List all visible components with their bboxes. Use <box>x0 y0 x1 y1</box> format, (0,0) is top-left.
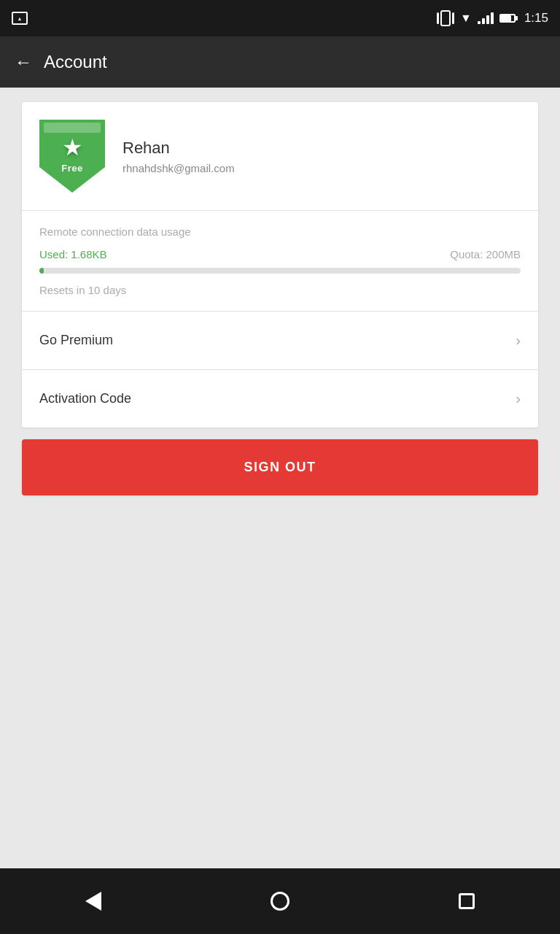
back-button[interactable]: ← <box>15 52 32 72</box>
star-icon: ★ <box>62 134 83 161</box>
status-bar-left <box>12 12 28 25</box>
data-resets: Resets in 10 days <box>39 284 521 296</box>
user-email: rhnahdshk@gmail.com <box>122 162 235 174</box>
back-icon: ← <box>15 52 32 72</box>
data-usage-row: Used: 1.68KB Quota: 200MB <box>39 248 521 260</box>
data-quota: Quota: 200MB <box>450 248 521 260</box>
bottom-nav <box>0 868 560 934</box>
progress-bar <box>39 268 521 274</box>
data-usage-section: Remote connection data usage Used: 1.68K… <box>22 211 538 312</box>
chevron-right-icon-2: › <box>516 390 521 407</box>
sign-out-button[interactable]: SIGN OUT <box>22 439 538 495</box>
progress-fill <box>39 268 44 274</box>
data-used: Used: 1.68KB <box>39 248 107 260</box>
wifi-icon: ▼ <box>460 12 472 25</box>
home-nav-button[interactable] <box>258 879 302 923</box>
plan-label: Free <box>61 163 82 174</box>
vibrate-icon <box>437 10 454 26</box>
back-nav-button[interactable] <box>71 879 115 923</box>
go-premium-label: Go Premium <box>39 333 113 348</box>
toolbar-title: Account <box>44 52 107 72</box>
activation-code-label: Activation Code <box>39 391 131 406</box>
back-nav-icon <box>85 892 101 911</box>
shield-highlight <box>44 123 101 133</box>
plan-badge: ★ Free <box>39 120 105 193</box>
chevron-right-icon: › <box>516 332 521 349</box>
main-content: ★ Free Rehan rhnahdshk@gmail.com Remote … <box>0 88 560 868</box>
user-info: Rehan rhnahdshk@gmail.com <box>122 139 235 174</box>
user-section: ★ Free Rehan rhnahdshk@gmail.com <box>22 102 538 211</box>
toolbar: ← Account <box>0 36 560 88</box>
data-usage-title: Remote connection data usage <box>39 225 521 238</box>
recents-nav-icon <box>459 893 475 909</box>
status-bar-right: ▼ 1:15 <box>437 10 548 26</box>
signal-icon <box>478 12 494 24</box>
home-nav-icon <box>271 892 289 911</box>
battery-icon <box>499 14 516 23</box>
go-premium-item[interactable]: Go Premium › <box>22 312 538 370</box>
shield-icon: ★ Free <box>39 120 105 193</box>
status-time: 1:15 <box>524 11 548 26</box>
badge-container: ★ Free <box>39 120 105 193</box>
user-name: Rehan <box>122 139 235 158</box>
recents-nav-button[interactable] <box>445 879 489 923</box>
activation-code-item[interactable]: Activation Code › <box>22 370 538 428</box>
image-icon <box>12 12 28 25</box>
status-bar: ▼ 1:15 <box>0 0 560 36</box>
account-card: ★ Free Rehan rhnahdshk@gmail.com Remote … <box>22 102 538 428</box>
